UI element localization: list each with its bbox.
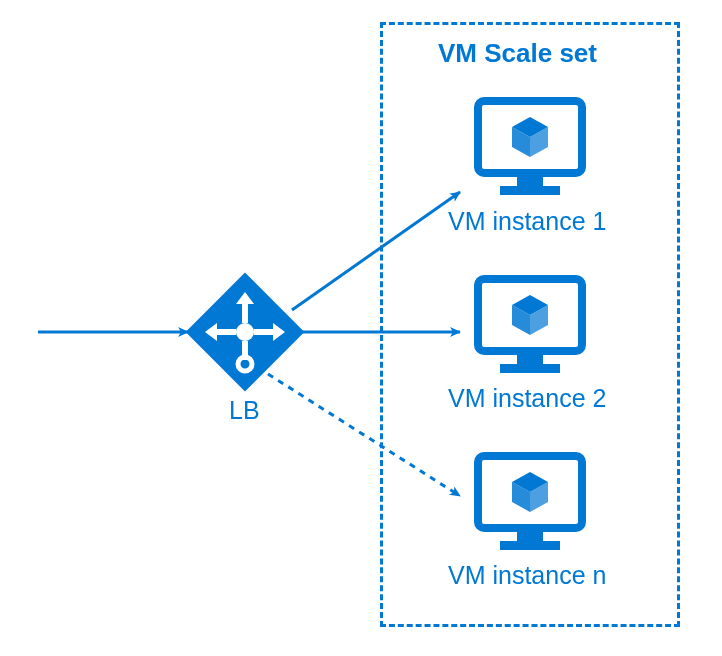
vm2-label: VM instance 2	[448, 384, 606, 413]
vm-scale-set-container	[380, 22, 680, 627]
scale-set-title: VM Scale set	[438, 38, 597, 69]
vm1-label: VM instance 1	[448, 207, 606, 236]
vmn-label: VM instance n	[448, 561, 606, 590]
svg-point-1	[236, 323, 254, 341]
load-balancer-icon	[186, 273, 305, 392]
lb-label: LB	[229, 396, 260, 425]
